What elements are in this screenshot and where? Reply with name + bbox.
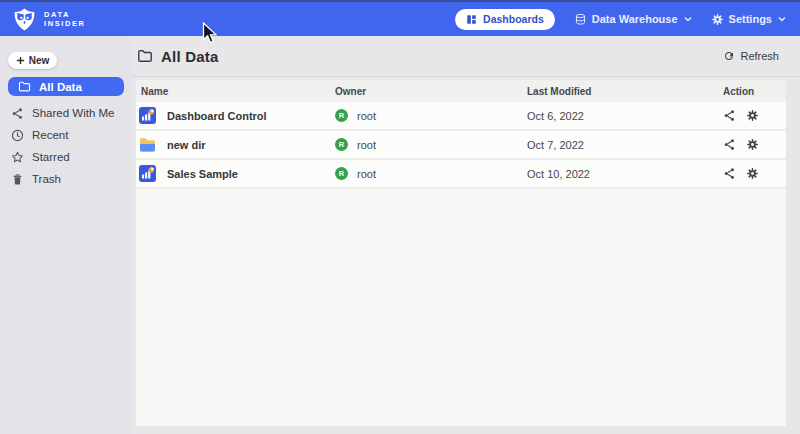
brand-line2: INSIDER xyxy=(44,19,86,28)
brand-logo: DATA INSIDER xyxy=(12,7,86,32)
data-warehouse-label: Data Warehouse xyxy=(592,13,678,25)
last-modified-date: Oct 6, 2022 xyxy=(527,110,584,122)
column-header-last-modified: Last Modified xyxy=(527,86,723,97)
owner-name: root xyxy=(357,139,376,151)
gear-icon[interactable] xyxy=(746,109,759,122)
owl-logo-icon xyxy=(12,7,37,32)
owner-name: root xyxy=(357,110,376,122)
file-name: new dir xyxy=(167,139,206,151)
sidebar-item-recent[interactable]: Recent xyxy=(0,124,133,146)
owner-avatar: R xyxy=(335,109,348,122)
folder-icon xyxy=(18,80,31,93)
dashboards-label: Dashboards xyxy=(483,13,544,25)
sidebar-item-label: Trash xyxy=(32,173,61,185)
brand-line1: DATA xyxy=(44,10,86,19)
file-icon-folder xyxy=(139,136,156,153)
sidebar: New All Data Shared With Me Recent xyxy=(0,36,133,434)
page-title: All Data xyxy=(161,48,218,65)
chevron-down-icon xyxy=(684,16,692,22)
sidebar-item-trash[interactable]: Trash xyxy=(0,168,133,190)
sidebar-item-shared-with-me[interactable]: Shared With Me xyxy=(0,102,133,124)
chevron-down-icon xyxy=(778,16,786,22)
column-header-name: Name xyxy=(136,86,335,97)
share-icon[interactable] xyxy=(723,138,736,151)
gear-icon[interactable] xyxy=(746,138,759,151)
share-icon[interactable] xyxy=(723,109,736,122)
file-name: Sales Sample xyxy=(167,168,238,180)
dashboards-button[interactable]: Dashboards xyxy=(455,9,555,30)
file-icon-chart xyxy=(139,165,156,182)
owner-name: root xyxy=(357,168,376,180)
sidebar-item-label: Starred xyxy=(32,151,70,163)
dashboard-grid-icon xyxy=(466,14,477,25)
trash-icon xyxy=(11,173,24,186)
database-icon xyxy=(574,13,587,26)
sidebar-item-label: Recent xyxy=(32,129,68,141)
data-warehouse-menu[interactable]: Data Warehouse xyxy=(574,13,692,26)
table-row[interactable]: Sales Sample R root Oct 10, 2022 xyxy=(136,160,786,189)
file-icon-chart xyxy=(139,107,156,124)
sidebar-item-label: Shared With Me xyxy=(32,107,114,119)
sidebar-item-all-data[interactable]: All Data xyxy=(8,77,124,96)
refresh-icon xyxy=(723,50,735,62)
sidebar-item-starred[interactable]: Starred xyxy=(0,146,133,168)
sidebar-item-label: All Data xyxy=(39,81,82,93)
star-icon xyxy=(11,151,24,164)
owner-avatar: R xyxy=(335,138,348,151)
settings-menu[interactable]: Settings xyxy=(711,13,786,26)
gear-icon[interactable] xyxy=(746,167,759,180)
new-button[interactable]: New xyxy=(8,52,57,69)
table-header-row: Name Owner Last Modified Action xyxy=(136,80,786,102)
last-modified-date: Oct 7, 2022 xyxy=(527,139,584,151)
share-nodes-icon xyxy=(11,107,24,120)
settings-label: Settings xyxy=(729,13,772,25)
top-navbar: DATA INSIDER Dashboards Data Warehouse xyxy=(0,0,800,36)
table-row[interactable]: new dir R root Oct 7, 2022 xyxy=(136,131,786,160)
file-table-card: Name Owner Last Modified Action Dashboar… xyxy=(136,80,786,426)
main-content: All Data Refresh Name Owner Last Modifie… xyxy=(133,36,800,434)
owner-avatar: R xyxy=(335,167,348,180)
column-header-owner: Owner xyxy=(335,86,527,97)
share-icon[interactable] xyxy=(723,167,736,180)
last-modified-date: Oct 10, 2022 xyxy=(527,168,590,180)
table-row[interactable]: Dashboard Control R root Oct 6, 2022 xyxy=(136,102,786,131)
new-button-label: New xyxy=(29,55,50,66)
content-header: All Data Refresh xyxy=(133,36,800,77)
plus-icon xyxy=(16,56,25,65)
table-body: Dashboard Control R root Oct 6, 2022 xyxy=(136,102,786,189)
refresh-label: Refresh xyxy=(740,50,779,62)
column-header-action: Action xyxy=(723,86,786,97)
file-name: Dashboard Control xyxy=(167,110,267,122)
folder-icon xyxy=(137,48,153,64)
clock-icon xyxy=(11,129,24,142)
gear-icon xyxy=(711,13,724,26)
refresh-button[interactable]: Refresh xyxy=(723,50,779,62)
